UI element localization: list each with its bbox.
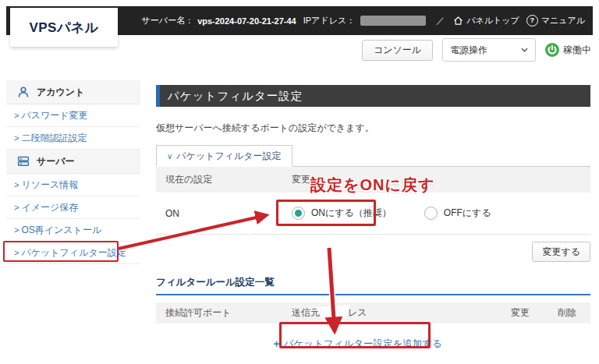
sidebar: アカウント > パスワード変更 > 二段階認証設定 サーバー > リソース情報 … <box>6 80 140 264</box>
manual-link[interactable]: ? マニュアル <box>526 15 585 27</box>
toolbar: コンソール 電源操作 稼働中 <box>362 38 591 62</box>
plus-icon: ＋ <box>271 337 282 351</box>
chevron-down-icon <box>521 48 528 52</box>
status-badge: 稼働中 <box>563 44 591 57</box>
power-select-value: 電源操作 <box>450 44 487 57</box>
home-icon <box>453 16 463 26</box>
sidebar-section-server: サーバー <box>6 150 140 174</box>
sidebar-section-title: アカウント <box>37 86 84 99</box>
page-title: パケットフィルター設定 <box>156 85 590 107</box>
question-icon: ? <box>526 15 538 27</box>
chevron-right-icon: > <box>14 111 19 120</box>
power-status-icon <box>545 43 559 57</box>
chevron-right-icon: > <box>14 225 19 235</box>
column-change: 変更 <box>511 306 558 320</box>
sidebar-item-label: リソース情報 <box>21 178 78 192</box>
sidebar-item-label: パスワード変更 <box>21 109 87 122</box>
panel-top-label: パネルトップ <box>466 15 519 27</box>
page-description: 仮想サーバーへ接続するポートの設定ができます。 <box>156 122 590 135</box>
ip-redaction <box>360 16 426 26</box>
separator: ／ <box>436 15 445 27</box>
column-current-setting: 現在の設定 <box>156 173 292 186</box>
sidebar-item-os-reinstall[interactable]: > OS再インストール <box>6 219 140 242</box>
column-source-ip: 送信元IPアドレス <box>292 306 511 320</box>
tab-label: パケットフィルター設定 <box>176 150 281 163</box>
radio-on-label: ONにする（推奨） <box>311 207 392 220</box>
add-packet-filter-link[interactable]: ＋ パケットフィルター設定を追加する <box>271 337 442 351</box>
console-button[interactable]: コンソール <box>362 40 433 61</box>
tab-packet-filter[interactable]: ∨ パケットフィルター設定 <box>156 145 292 167</box>
sidebar-item-resource-info[interactable]: > リソース情報 <box>6 174 140 196</box>
sidebar-item-packet-filter[interactable]: > パケットフィルター設定 <box>6 242 140 264</box>
radio-selected-icon <box>292 207 305 220</box>
current-setting-value: ON <box>156 208 292 219</box>
panel-top-link[interactable]: パネルトップ <box>453 15 519 27</box>
chevron-right-icon: > <box>14 203 19 212</box>
server-status: 稼働中 <box>545 43 591 57</box>
annotation-note: 設定をONに戻す <box>310 175 434 196</box>
server-name-label: サーバー名： <box>142 15 194 27</box>
server-icon <box>17 155 30 168</box>
change-options: ONにする（推奨） OFFにする <box>292 207 590 220</box>
rules-table-header: 接続許可ポート 送信元IPアドレス 変更 削除 <box>156 302 590 323</box>
radio-off-label: OFFにする <box>444 207 491 220</box>
manual-label: マニュアル <box>541 15 585 27</box>
server-name-value: vps-2024-07-20-21-27-44 <box>197 16 296 26</box>
main-content: パケットフィルター設定 仮想サーバーへ接続するポートの設定ができます。 ∨ パケ… <box>156 85 590 364</box>
rules-table-empty-row: ＋ パケットフィルター設定を追加する <box>156 323 590 364</box>
sidebar-item-image-save[interactable]: > イメージ保存 <box>6 196 140 219</box>
filter-rules-heading: フィルタールール設定一覧 <box>156 276 590 295</box>
settings-table-row: ON ONにする（推奨） OFFにする <box>156 193 590 235</box>
radio-option-on[interactable]: ONにする（推奨） <box>292 207 392 220</box>
sidebar-item-2fa-settings[interactable]: > 二段階認証設定 <box>6 127 140 150</box>
submit-row: 変更する <box>156 235 590 269</box>
radio-option-off[interactable]: OFFにする <box>424 207 491 220</box>
chevron-right-icon: > <box>14 180 19 189</box>
add-link-label: パケットフィルター設定を追加する <box>284 337 442 351</box>
sidebar-item-password-change[interactable]: > パスワード変更 <box>6 104 140 127</box>
tab-bar: ∨ パケットフィルター設定 <box>156 145 590 167</box>
change-submit-button[interactable]: 変更する <box>532 242 590 262</box>
radio-unselected-icon <box>424 207 438 220</box>
power-operation-select[interactable]: 電源操作 <box>442 38 536 62</box>
sidebar-item-label: イメージ保存 <box>21 201 78 214</box>
app-logo[interactable]: VPSパネル <box>10 8 118 47</box>
sidebar-section-title: サーバー <box>37 155 75 168</box>
user-icon <box>17 86 30 98</box>
column-delete: 削除 <box>558 306 590 320</box>
chevron-down-icon: ∨ <box>167 152 172 161</box>
sidebar-section-account: アカウント <box>6 80 140 104</box>
column-allowed-port: 接続許可ポート <box>156 306 292 320</box>
chevron-right-icon: > <box>14 248 19 257</box>
sidebar-item-label: 二段階認証設定 <box>21 132 87 145</box>
sidebar-item-label: パケットフィルター設定 <box>21 246 126 260</box>
chevron-right-icon: > <box>14 133 19 143</box>
sidebar-item-label: OS再インストール <box>21 224 101 237</box>
ip-label: IPアドレス： <box>303 15 355 27</box>
